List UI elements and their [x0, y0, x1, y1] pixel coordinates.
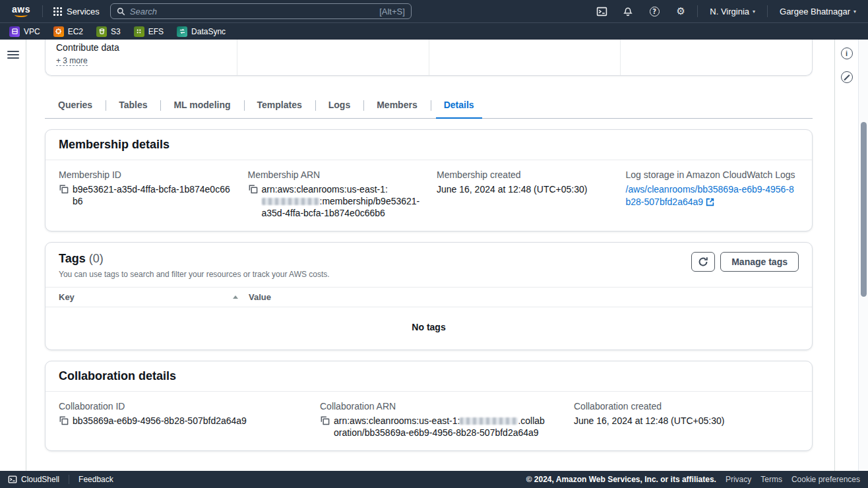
copy-icon[interactable] — [320, 415, 330, 425]
favorite-ec2[interactable]: EC2 — [53, 26, 83, 37]
field-label: Collaboration ID — [59, 401, 320, 412]
top-navigation: aws Services [Alt+S] ? ⚙ N. Virginia ▾ G… — [0, 0, 868, 22]
menu-hamburger-icon[interactable] — [7, 49, 19, 471]
ec2-icon — [53, 26, 64, 37]
tab-logs[interactable]: Logs — [315, 93, 363, 118]
privacy-link[interactable]: Privacy — [726, 475, 751, 484]
services-menu-button[interactable]: Services — [49, 4, 104, 19]
tags-card: Tags (0) You can use tags to search and … — [45, 242, 813, 350]
refresh-icon — [698, 257, 708, 267]
membership-id-field: Membership ID b9e53621-a35d-4ffa-bcfa-1b… — [59, 169, 232, 219]
redacted-account-id — [460, 417, 518, 425]
cloudshell-icon[interactable] — [592, 3, 611, 20]
search-shortcut-hint: [Alt+S] — [379, 7, 405, 16]
aws-logo[interactable]: aws — [7, 5, 36, 17]
account-menu[interactable]: Gargee Bhatnagar ▾ — [774, 7, 861, 16]
collaboration-details-card: Collaboration details Collaboration ID b… — [45, 361, 813, 451]
favorite-datasync[interactable]: DataSync — [177, 26, 226, 37]
membership-created-value: June 16, 2024 at 12:48 (UTC+05:30) — [437, 183, 587, 195]
help-icon[interactable]: ? — [644, 3, 664, 20]
aws-logo-smile — [15, 13, 28, 17]
cloudshell-footer-button[interactable]: CloudShell — [8, 475, 59, 484]
membership-arn-prefix: arn:aws:cleanrooms:us-east-1: — [262, 184, 388, 195]
overview-column — [621, 40, 812, 75]
overview-column — [429, 40, 621, 75]
footer-divider — [69, 475, 69, 484]
sort-ascending-icon — [233, 295, 238, 299]
collaboration-arn-prefix: arn:aws:cleanrooms:us-east-1: — [334, 415, 460, 426]
membership-details-title: Membership details — [59, 138, 799, 152]
region-label: N. Virginia — [710, 7, 749, 16]
left-navigation-rail — [0, 40, 26, 471]
membership-id-value: b9e53621-a35d-4ffa-bcfa-1b874e0c66b6 — [73, 183, 232, 207]
info-panel-icon[interactable]: i — [841, 47, 853, 59]
tab-details[interactable]: Details — [431, 93, 487, 118]
collaboration-arn-field: Collaboration ARN arn:aws:cleanrooms:us-… — [320, 401, 574, 439]
membership-details-card: Membership details Membership ID b9e5362… — [45, 129, 813, 231]
column-header-value: Value — [249, 292, 799, 302]
show-more-link[interactable]: + 3 more — [56, 56, 88, 66]
redacted-account-id — [262, 198, 320, 205]
field-label: Collaboration ARN — [320, 401, 547, 412]
search-input[interactable] — [130, 7, 375, 16]
field-label: Membership ARN — [248, 169, 421, 180]
vertical-scrollbar — [858, 40, 868, 471]
member-abilities-card: Contribute data + 3 more — [45, 40, 813, 76]
region-selector[interactable]: N. Virginia ▾ — [704, 7, 760, 16]
field-label: Log storage in Amazon CloudWatch Logs — [626, 169, 799, 180]
tab-tables[interactable]: Tables — [106, 93, 160, 118]
favorites-bar: VPC EC2 S3 EFS DataSync — [0, 22, 868, 40]
favorite-label: S3 — [111, 27, 121, 36]
vpc-icon — [9, 26, 20, 37]
favorite-s3[interactable]: S3 — [96, 26, 121, 37]
detail-tabs: Queries Tables ML modeling Templates Log… — [45, 93, 813, 119]
tags-description: You can use tags to search and filter yo… — [59, 270, 330, 279]
terms-link[interactable]: Terms — [760, 475, 782, 484]
chevron-down-icon: ▾ — [753, 9, 755, 15]
cloudshell-label: CloudShell — [21, 475, 59, 484]
cookie-preferences-link[interactable]: Cookie preferences — [791, 475, 860, 484]
copy-icon[interactable] — [248, 184, 258, 194]
notifications-bell-icon[interactable] — [618, 3, 638, 20]
tab-members[interactable]: Members — [363, 93, 430, 118]
field-label: Membership created — [437, 169, 610, 180]
datasync-icon — [177, 26, 187, 37]
column-header-key[interactable]: Key — [59, 292, 249, 302]
copy-icon[interactable] — [59, 415, 69, 425]
member-abilities-column: Contribute data + 3 more — [46, 40, 237, 75]
refresh-button[interactable] — [691, 252, 715, 272]
copy-icon[interactable] — [59, 184, 69, 194]
membership-arn-field: Membership ARN arn:aws:cleanrooms:us-eas… — [248, 169, 421, 219]
favorite-label: VPC — [24, 27, 40, 36]
favorite-label: DataSync — [191, 27, 226, 36]
tags-title: Tags — [59, 252, 86, 265]
tab-ml-modeling[interactable]: ML modeling — [160, 93, 243, 118]
overview-column — [237, 40, 429, 75]
favorite-efs[interactable]: EFS — [134, 26, 164, 37]
scrollbar-thumb[interactable] — [861, 122, 867, 297]
cloudshell-terminal-icon — [8, 475, 17, 484]
settings-gear-icon[interactable]: ⚙ — [671, 3, 691, 20]
favorite-label: EFS — [148, 27, 164, 36]
nav-divider — [767, 5, 768, 17]
collaboration-created-field: Collaboration created June 16, 2024 at 1… — [574, 401, 799, 439]
tab-queries[interactable]: Queries — [45, 93, 106, 118]
help-panel-icon[interactable] — [841, 71, 853, 83]
tags-table-header: Key Value — [46, 287, 812, 307]
tab-templates[interactable]: Templates — [244, 93, 315, 118]
log-storage-field: Log storage in Amazon CloudWatch Logs /a… — [626, 169, 799, 219]
manage-tags-button[interactable]: Manage tags — [720, 252, 799, 272]
efs-icon — [134, 26, 144, 37]
favorite-vpc[interactable]: VPC — [9, 26, 40, 37]
collaboration-details-title: Collaboration details — [59, 369, 799, 383]
global-search[interactable]: [Alt+S] — [110, 3, 412, 19]
console-footer: CloudShell Feedback © 2024, Amazon Web S… — [0, 471, 868, 488]
s3-icon — [96, 26, 107, 37]
membership-created-field: Membership created June 16, 2024 at 12:4… — [437, 169, 610, 219]
collaboration-id-field: Collaboration ID bb35869a-e6b9-4956-8b28… — [59, 401, 320, 439]
services-grid-icon — [53, 7, 62, 16]
contribute-data-text: Contribute data — [56, 42, 224, 53]
field-label: Membership ID — [59, 169, 232, 180]
feedback-button[interactable]: Feedback — [78, 475, 113, 484]
tags-empty-state: No tags — [46, 307, 812, 350]
